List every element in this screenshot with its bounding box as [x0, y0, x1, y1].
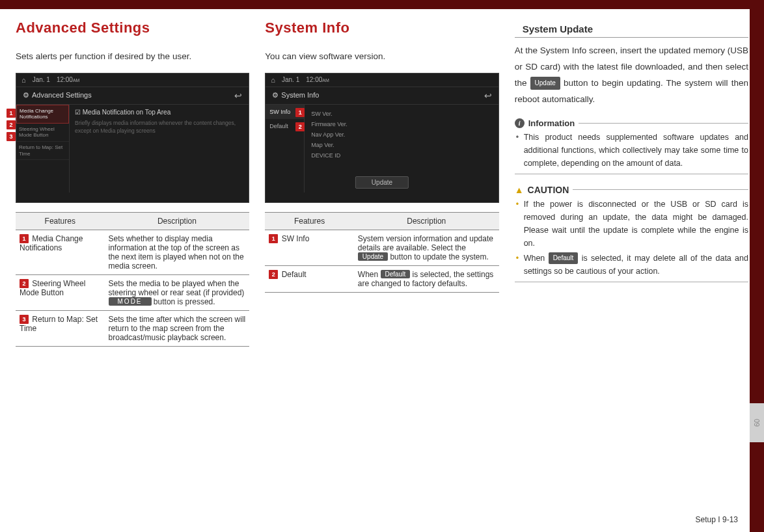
- screenshot-advanced-settings: 1 2 3 ⌂ Jan. 1 12:00AM ⚙Advanced Setting…: [16, 73, 249, 203]
- feature-label: Media Change Notifications: [20, 234, 83, 252]
- update-chip: Update: [358, 252, 388, 261]
- sys-tab-swinfo: SW Info 1: [266, 105, 304, 119]
- list-item: If the power is disconnected or the USB …: [515, 198, 748, 250]
- screenshot-system-info: ⌂ Jan. 1 12:00AM ⚙System Info ↩ SW Info …: [265, 73, 498, 203]
- table-row: 1 Media Change Notifications Sets whethe…: [16, 230, 249, 274]
- row-num: 3: [20, 315, 29, 324]
- screen-title: Advanced Settings: [32, 91, 92, 99]
- adv-main-panel: Media Notification on Top Area Briefly d…: [70, 105, 249, 193]
- feature-desc: When Default is selected, the settings a…: [354, 265, 499, 292]
- sys-line: DEVICE ID: [311, 150, 491, 161]
- info-icon: i: [515, 118, 525, 128]
- list-item: When Default is selected, it may delete …: [515, 252, 748, 278]
- adv-side-item-1: Media Change Notifications: [16, 105, 69, 124]
- column-system-update: System Update At the System Info screen,…: [515, 20, 748, 347]
- table-row: 1 SW Info System version information and…: [265, 230, 498, 265]
- feature-label: Return to Map: Set Time: [20, 315, 98, 333]
- sys-line: SW Ver.: [311, 109, 491, 119]
- row-num: 1: [269, 234, 278, 243]
- status-bar: ⌂ Jan. 1 12:00AM: [16, 73, 249, 87]
- information-block: i Information This product needs supplem…: [515, 118, 748, 174]
- feature-desc: System version information and update de…: [354, 230, 499, 265]
- information-label: Information: [528, 118, 575, 128]
- column-advanced-settings: Advanced Settings Sets alerts per functi…: [16, 20, 249, 347]
- right-accent-bar: [750, 0, 764, 532]
- row-num: 2: [269, 270, 278, 279]
- caution-block: ▲ CAUTION If the power is disconnected o…: [515, 185, 748, 282]
- gear-icon: ⚙: [272, 91, 279, 99]
- title-bar: ⚙System Info ↩: [266, 87, 498, 105]
- sys-tabs: SW Info 1 Default 2: [266, 105, 305, 193]
- th-description: Description: [354, 212, 499, 230]
- marker-2: 2: [7, 120, 16, 129]
- default-chip: Default: [549, 252, 579, 264]
- gear-icon: ⚙: [23, 91, 29, 99]
- sys-line: Nav App Ver.: [311, 129, 491, 140]
- back-icon: ↩: [234, 90, 242, 101]
- table-system-info: Features Description 1 SW Info System ve…: [265, 212, 498, 293]
- feature-label: Steering Wheel Mode Button: [20, 279, 85, 297]
- column-system-info: System Info You can view software versio…: [265, 20, 498, 347]
- home-icon: ⌂: [21, 76, 26, 84]
- caution-label: CAUTION: [528, 185, 569, 195]
- intro-advanced-settings: Sets alerts per function if desired by t…: [16, 48, 249, 65]
- sys-line: Firmware Ver.: [311, 119, 491, 129]
- th-description: Description: [105, 212, 250, 230]
- mode-chip: MODE: [109, 297, 152, 306]
- heading-system-update: System Update: [515, 22, 748, 38]
- adv-side-item-3: Return to Map: Set Time: [16, 142, 69, 160]
- side-chapter-tab: 09: [750, 403, 764, 442]
- marker-1: 1: [7, 109, 16, 118]
- sys-line: Map Ver.: [311, 140, 491, 150]
- th-features: Features: [265, 212, 354, 230]
- system-update-paragraph: At the System Info screen, insert the up…: [515, 43, 748, 108]
- marker-1: 1: [295, 108, 305, 117]
- status-time: 12:00AM: [57, 76, 80, 83]
- information-list: This product needs supplemented software…: [515, 131, 748, 170]
- row-num: 2: [20, 279, 29, 288]
- page-content: Advanced Settings Sets alerts per functi…: [0, 0, 764, 379]
- status-date: Jan. 1: [282, 76, 299, 83]
- table-advanced-features: Features Description 1 Media Change Noti…: [16, 212, 249, 347]
- feature-label: SW Info: [282, 234, 310, 243]
- update-chip: Update: [530, 77, 560, 90]
- adv-desc-text: Briefly displays media information whene…: [75, 120, 243, 135]
- marker-3: 3: [7, 132, 16, 141]
- adv-side-item-2: Steering Wheel Mode Button: [16, 124, 69, 142]
- back-icon: ↩: [484, 90, 492, 101]
- table-row: 3 Return to Map: Set Time Sets the time …: [16, 310, 249, 346]
- feature-desc: Sets whether to display media informatio…: [105, 230, 250, 274]
- adv-sidebar: Media Change Notifications Steering Whee…: [16, 105, 70, 193]
- status-date: Jan. 1: [33, 76, 50, 83]
- feature-label: Default: [282, 270, 307, 279]
- feature-desc: Sets the media to be played when the ste…: [105, 274, 250, 310]
- list-item: This product needs supplemented software…: [515, 131, 748, 170]
- adv-checkbox-row: Media Notification on Top Area: [75, 109, 243, 116]
- intro-system-info: You can view software version.: [265, 48, 498, 65]
- status-bar: ⌂ Jan. 1 12:00AM: [266, 73, 498, 87]
- screen-title: System Info: [281, 91, 319, 99]
- default-chip: Default: [381, 270, 411, 278]
- table-row: 2 Steering Wheel Mode Button Sets the me…: [16, 274, 249, 310]
- status-time: 12:00AM: [306, 76, 329, 83]
- title-bar: ⚙Advanced Settings ↩: [16, 87, 249, 105]
- home-icon: ⌂: [271, 76, 275, 84]
- top-accent-bar: [0, 0, 764, 9]
- caution-list: If the power is disconnected or the USB …: [515, 198, 748, 278]
- edge-markers-col1: 1 2 3: [7, 109, 16, 141]
- page-footer: Setup I 9-13: [696, 515, 738, 524]
- th-features: Features: [16, 212, 105, 230]
- warning-icon: ▲: [515, 185, 524, 195]
- row-num: 1: [20, 234, 29, 243]
- heading-advanced-settings: Advanced Settings: [16, 20, 249, 36]
- feature-desc: Sets the time after which the screen wil…: [105, 310, 250, 346]
- table-row: 2 Default When Default is selected, the …: [265, 265, 498, 292]
- heading-system-info: System Info: [265, 20, 498, 36]
- sys-tab-default: Default 2: [266, 119, 304, 133]
- update-button: Update: [355, 176, 409, 189]
- marker-2: 2: [295, 122, 305, 131]
